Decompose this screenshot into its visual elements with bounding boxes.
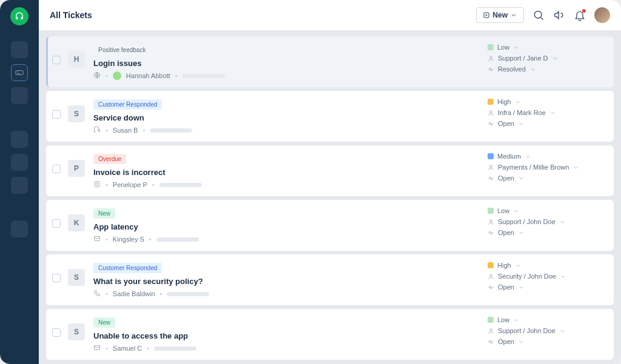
ticket-properties: Low Support / Jane D Resolved xyxy=(488,44,603,80)
app-logo[interactable] xyxy=(10,7,29,25)
ticket-title[interactable]: Invoice is incorrect xyxy=(93,168,488,177)
nav-item-tickets[interactable] xyxy=(11,64,28,81)
select-checkbox[interactable] xyxy=(52,165,61,173)
priority-selector[interactable]: Low xyxy=(488,207,520,214)
requester-name: Sadie Baldwin xyxy=(113,290,155,297)
status-selector[interactable]: Open xyxy=(488,338,525,345)
requester-initial: P xyxy=(68,160,85,177)
placeholder-text xyxy=(167,292,209,296)
user-icon xyxy=(488,55,494,62)
priority-selector[interactable]: Medium xyxy=(488,153,531,160)
user-icon xyxy=(488,219,494,225)
ticket-row[interactable]: S Customer Responded What is your securi… xyxy=(46,254,614,305)
assignment-selector[interactable]: Security / John Doe xyxy=(488,273,566,280)
headset-icon xyxy=(15,12,24,21)
svg-rect-0 xyxy=(16,71,23,75)
chevron-down-icon xyxy=(515,99,522,105)
nav-item-7[interactable] xyxy=(11,220,28,237)
assignment-selector[interactable]: Support / John Doe xyxy=(488,327,566,334)
svg-point-5 xyxy=(490,110,492,113)
priority-selector[interactable]: Low xyxy=(488,44,520,51)
nav-item-1[interactable] xyxy=(11,41,28,58)
ticket-meta: • Penelope P • xyxy=(93,180,488,189)
page-title: All Tickets xyxy=(50,10,92,20)
chevron-down-icon xyxy=(525,153,531,160)
status-selector[interactable]: Open xyxy=(488,120,525,127)
chevron-down-icon xyxy=(549,110,556,116)
nav-item-5[interactable] xyxy=(11,154,28,171)
svg-point-7 xyxy=(490,165,492,167)
ticket-title[interactable]: What is your security policy? xyxy=(93,277,488,286)
select-checkbox[interactable] xyxy=(52,56,61,64)
ticket-row[interactable]: S Customer Responded Service down • Susa… xyxy=(46,91,614,142)
notifications-button[interactable] xyxy=(574,9,586,21)
assignment-selector[interactable]: Infra / Mark Roe xyxy=(488,109,556,116)
ticket-title[interactable]: Unable to access the app xyxy=(93,331,488,340)
ticket-main: Customer Responded What is your security… xyxy=(93,262,488,298)
status-icon xyxy=(488,175,494,182)
requester-name: Susan B xyxy=(113,127,138,134)
nav-item-3[interactable] xyxy=(11,87,28,104)
ticket-meta: • Sadie Baldwin • xyxy=(93,290,488,298)
assignment-selector[interactable]: Payments / Millie Brown xyxy=(488,164,579,171)
user-icon xyxy=(488,110,494,116)
priority-selector[interactable]: Low xyxy=(488,316,520,323)
ticket-tag: Customer Responded xyxy=(93,263,162,273)
status-label: Open xyxy=(498,120,514,127)
new-button[interactable]: New xyxy=(476,7,524,23)
status-selector[interactable]: Open xyxy=(488,283,525,291)
ticket-row[interactable]: P Overdue Invoice is incorrect • Penelop… xyxy=(46,145,614,196)
nav-item-6[interactable] xyxy=(11,177,28,194)
ticket-tag: New xyxy=(93,208,115,219)
main-area: All Tickets New xyxy=(39,0,621,364)
priority-dot xyxy=(488,99,494,105)
globe-icon xyxy=(93,71,101,80)
select-checkbox[interactable] xyxy=(52,219,61,228)
chevron-down-icon xyxy=(518,121,525,127)
status-label: Open xyxy=(498,229,514,236)
assignment-selector[interactable]: Support / Jane D xyxy=(488,55,559,62)
plus-box-icon xyxy=(483,12,490,19)
select-checkbox[interactable] xyxy=(52,274,61,282)
placeholder-text xyxy=(154,346,196,351)
chevron-down-icon xyxy=(560,273,566,280)
notification-dot xyxy=(582,9,586,13)
chevron-down-icon xyxy=(510,12,517,19)
priority-selector[interactable]: High xyxy=(488,262,522,269)
ticket-title[interactable]: Service down xyxy=(93,113,488,122)
chevron-down-icon xyxy=(513,44,520,51)
ticket-row[interactable]: K New App latency • Kingsley S • Low Sup… xyxy=(46,200,614,251)
priority-selector[interactable]: High xyxy=(488,98,522,105)
topbar-actions: New xyxy=(476,7,610,23)
ticket-row[interactable]: S New Unable to access the app • Samuel … xyxy=(46,309,614,360)
nav-item-4[interactable] xyxy=(11,131,28,148)
status-selector[interactable]: Open xyxy=(488,174,525,182)
ticket-row[interactable]: H Positive feedback Login issues • Hanna… xyxy=(46,36,614,87)
phone-icon xyxy=(93,290,101,298)
ticket-properties: High Infra / Mark Roe Open xyxy=(488,98,603,134)
select-checkbox[interactable] xyxy=(52,328,61,337)
status-selector[interactable]: Resolved xyxy=(488,65,536,73)
requester-name: Penelope P xyxy=(113,181,147,188)
status-selector[interactable]: Open xyxy=(488,229,525,236)
mail-icon xyxy=(93,344,101,352)
new-button-label: New xyxy=(492,11,508,19)
priority-dot xyxy=(488,208,494,214)
announcements-button[interactable] xyxy=(553,9,565,21)
status-label: Open xyxy=(498,174,514,182)
user-icon xyxy=(488,328,494,334)
ticket-title[interactable]: App latency xyxy=(93,222,488,231)
status-label: Resolved xyxy=(498,65,526,73)
user-avatar[interactable] xyxy=(594,7,610,23)
ticket-tag: New xyxy=(93,317,115,328)
search-button[interactable] xyxy=(532,9,545,21)
ticket-title[interactable]: Login issues xyxy=(93,59,488,68)
priority-dot xyxy=(488,262,494,268)
status-icon xyxy=(488,230,494,236)
ticket-tag: Positive feedback xyxy=(93,45,150,55)
ticket-meta: • Samuel C • xyxy=(93,344,488,352)
sidebar xyxy=(0,0,39,364)
assignment-selector[interactable]: Support / John Doe xyxy=(488,218,566,225)
assignment-label: Payments / Millie Brown xyxy=(498,164,569,171)
select-checkbox[interactable] xyxy=(52,110,61,119)
